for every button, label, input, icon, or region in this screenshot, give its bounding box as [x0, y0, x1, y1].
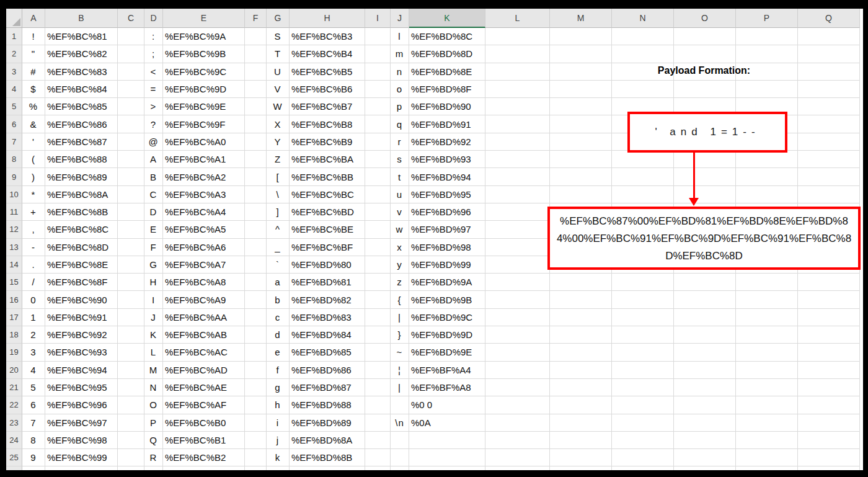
spreadsheet: ABCDEFGHIJKLMNOPQ1!%EF%BC%81:%EF%BC%9AS%… [6, 9, 863, 470]
spreadsheet-screenshot: { "sheet": { "selected_column": "K", "vi… [0, 0, 868, 477]
down-arrowhead-icon [689, 198, 699, 206]
payload-formation-title[interactable]: Payload Formation: [547, 65, 861, 76]
annotation-overlay: Payload Formation: ' and 1=1-- %EF%BC%87… [6, 9, 863, 470]
down-arrow-icon[interactable] [693, 153, 695, 198]
source-payload-box[interactable]: ' and 1=1-- [627, 112, 787, 153]
source-payload-text: ' and 1=1-- [655, 126, 760, 138]
encoded-payload-text: %EF%BC%87%00%EF%BD%81%EF%BD%8E%EF%BD%84%… [557, 215, 851, 262]
encoded-payload-box[interactable]: %EF%BC%87%00%EF%BD%81%EF%BD%8E%EF%BD%84%… [547, 207, 861, 270]
